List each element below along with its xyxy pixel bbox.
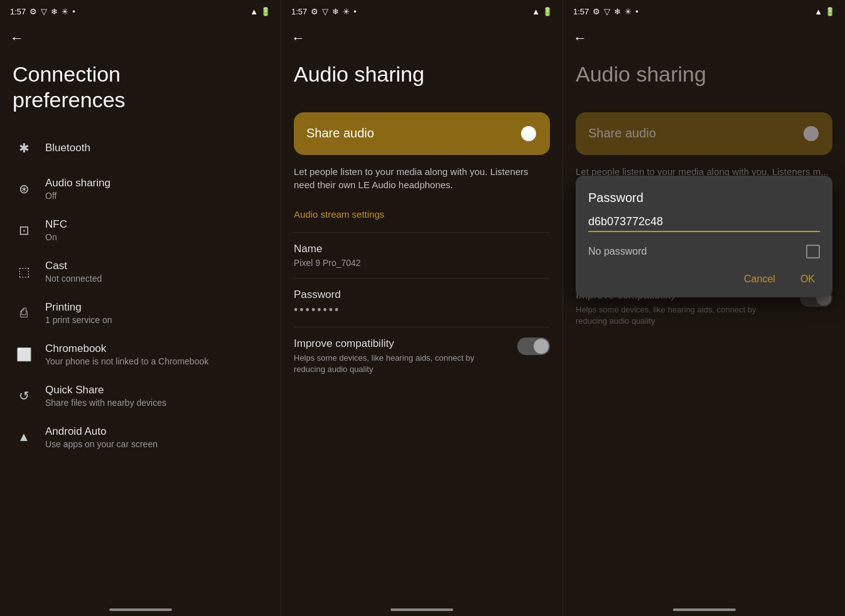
nav-bar-2	[390, 608, 453, 611]
status-icon-gear-2: ⚙	[311, 7, 318, 16]
audio-stream-settings-link[interactable]: Audio stream settings	[281, 204, 562, 232]
dialog-overlay[interactable]: Password No password Cancel OK	[563, 0, 845, 616]
print-icon: ⎙	[13, 305, 35, 320]
bluetooth-icon: ✱	[13, 141, 35, 156]
improve-title: Improve compatibility	[294, 337, 507, 350]
printing-item[interactable]: ⎙ Printing 1 print service on	[0, 292, 281, 334]
improve-toggle[interactable]	[517, 337, 550, 355]
dialog-actions: Cancel OK	[588, 271, 820, 287]
bluetooth-item[interactable]: ✱ Bluetooth	[0, 128, 281, 168]
status-icon-signal: ▽	[41, 7, 47, 16]
wifi-icon-2: ▲	[532, 7, 540, 16]
battery-icon-2: 🔋	[542, 7, 552, 16]
battery-icon-1: 🔋	[261, 7, 271, 16]
improve-toggle-thumb	[534, 339, 549, 354]
status-icon-dot-2: •	[353, 7, 357, 16]
status-icon-gear: ⚙	[30, 7, 37, 16]
cast-icon: ⬚	[13, 264, 35, 279]
nfc-item[interactable]: ⊡ NFC On	[0, 210, 281, 251]
status-icon-snow-2: ❄	[332, 7, 339, 16]
no-password-label: No password	[588, 246, 647, 257]
share-audio-label: Share audio	[306, 126, 374, 141]
android-auto-subtitle: Use apps on your car screen	[45, 439, 158, 449]
password-label: Password	[294, 289, 550, 301]
audio-sharing-icon: ⊛	[13, 181, 35, 196]
panel2-audio-sharing: 1:57 ⚙ ▽ ❄ ✳ • ▲ 🔋 ← Audio sharing Share…	[281, 0, 563, 616]
improve-desc: Helps some devices, like hearing aids, c…	[294, 353, 507, 375]
nfc-icon: ⊡	[13, 223, 35, 238]
chromebook-title: Chromebook	[45, 343, 208, 355]
status-right-2: ▲ 🔋	[532, 7, 552, 16]
time-1: 1:57	[10, 7, 26, 16]
cancel-button[interactable]: Cancel	[739, 271, 780, 287]
no-password-checkbox[interactable]	[806, 245, 820, 258]
cast-subtitle: Not connected	[45, 273, 102, 284]
audio-sharing-item[interactable]: ⊛ Audio sharing Off	[0, 168, 281, 210]
password-input[interactable]	[588, 213, 820, 232]
chromebook-item[interactable]: ⬜ Chromebook Your phone is not linked to…	[0, 334, 281, 375]
password-value: ••••••••	[294, 304, 550, 317]
audio-sharing-description: Let people listen to your media along wi…	[281, 165, 562, 204]
status-bar-1: 1:57 ⚙ ▽ ❄ ✳ • ▲ 🔋	[0, 0, 281, 23]
audio-sharing-subtitle: Off	[45, 191, 110, 201]
cast-item[interactable]: ⬚ Cast Not connected	[0, 251, 281, 292]
panel3-audio-sharing-dialog: 1:57 ⚙ ▽ ❄ ✳ • ▲ 🔋 ← Audio sharing Share…	[563, 0, 845, 616]
back-button-2[interactable]: ←	[281, 23, 562, 51]
toggle-thumb	[521, 126, 536, 141]
status-left-1: 1:57 ⚙ ▽ ❄ ✳ •	[10, 7, 75, 16]
status-icon-star: ✳	[62, 7, 68, 16]
password-row[interactable]: Password ••••••••	[281, 279, 562, 327]
time-2: 1:57	[291, 7, 307, 16]
name-value: Pixel 9 Pro_7042	[294, 258, 550, 268]
audio-sharing-title: Audio sharing	[45, 177, 110, 189]
name-label: Name	[294, 243, 550, 255]
android-auto-title: Android Auto	[45, 425, 158, 438]
bluetooth-title: Bluetooth	[45, 142, 90, 154]
android-auto-item[interactable]: ▲ Android Auto Use apps on your car scre…	[0, 417, 281, 458]
quick-share-icon: ↺	[13, 388, 35, 403]
back-button-1[interactable]: ←	[0, 23, 281, 51]
name-row[interactable]: Name Pixel 9 Pro_7042	[281, 233, 562, 278]
status-icon-signal-2: ▽	[322, 7, 328, 16]
status-left-2: 1:57 ⚙ ▽ ❄ ✳ •	[291, 7, 357, 16]
status-bar-2: 1:57 ⚙ ▽ ❄ ✳ • ▲ 🔋	[281, 0, 562, 23]
printing-title: Printing	[45, 301, 112, 314]
share-audio-toggle[interactable]	[505, 125, 537, 142]
page-title-2: Audio sharing	[281, 51, 562, 102]
cast-title: Cast	[45, 260, 102, 272]
dialog-title: Password	[588, 191, 820, 205]
panel1-connection-preferences: 1:57 ⚙ ▽ ❄ ✳ • ▲ 🔋 ← Connectionpreferenc…	[0, 0, 281, 616]
wifi-icon-1: ▲	[250, 7, 258, 16]
improve-compatibility-row[interactable]: Improve compatibility Helps some devices…	[281, 327, 562, 385]
status-right-1: ▲ 🔋	[250, 7, 271, 16]
chromebook-icon: ⬜	[13, 347, 35, 362]
chromebook-subtitle: Your phone is not linked to a Chromebook	[45, 356, 208, 366]
nav-bar-1	[109, 608, 172, 611]
status-icon-dot: •	[72, 7, 75, 16]
android-auto-icon: ▲	[13, 430, 35, 444]
no-password-row[interactable]: No password	[588, 245, 820, 258]
page-title-1: Connectionpreferences	[0, 51, 281, 128]
quick-share-subtitle: Share files with nearby devices	[45, 398, 166, 408]
ok-button[interactable]: OK	[795, 271, 820, 287]
quick-share-title: Quick Share	[45, 384, 166, 396]
quick-share-item[interactable]: ↺ Quick Share Share files with nearby de…	[0, 375, 281, 417]
status-icon-star-2: ✳	[343, 7, 350, 16]
password-dialog: Password No password Cancel OK	[576, 176, 832, 297]
nfc-title: NFC	[45, 218, 67, 231]
share-audio-card[interactable]: Share audio	[294, 112, 550, 155]
printing-subtitle: 1 print service on	[45, 315, 112, 325]
status-icon-snow: ❄	[51, 7, 58, 16]
nfc-subtitle: On	[45, 232, 67, 242]
